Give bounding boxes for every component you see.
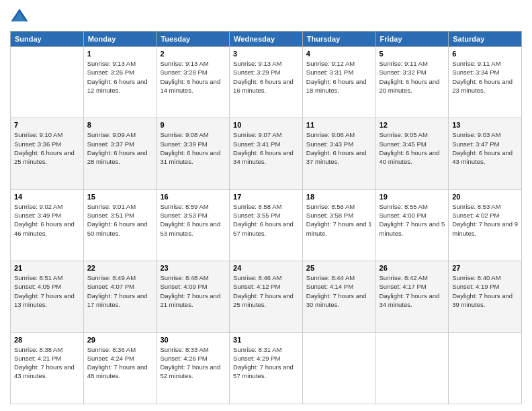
sunset-label: Sunset: 3:49 PM [14,212,61,219]
cell-date-number: 20 [452,193,518,201]
day-header-wednesday: Wednesday [230,32,303,47]
sunrise-label: Sunrise: 9:13 AM [87,60,136,67]
sunset-label: Sunset: 3:36 PM [14,140,61,148]
cell-info: Sunrise: 8:58 AMSunset: 3:55 PMDaylight:… [233,202,299,238]
cell-date-number: 10 [233,121,299,129]
daylight-label: Daylight: 7 hours and 57 minutes. [233,363,294,379]
calendar-cell [449,332,522,404]
cell-info: Sunrise: 9:11 AMSunset: 3:34 PMDaylight:… [452,59,518,95]
calendar-week-5: 28Sunrise: 8:38 AMSunset: 4:21 PMDayligh… [11,332,522,404]
day-header-saturday: Saturday [449,32,522,47]
cell-date-number: 12 [380,121,445,129]
daylight-label: Daylight: 6 hours and 18 minutes. [306,78,367,94]
cell-date-number: 21 [14,264,80,272]
logo [10,7,32,26]
sunset-label: Sunset: 3:32 PM [380,68,427,76]
cell-info: Sunrise: 8:42 AMSunset: 4:17 PMDaylight:… [380,273,445,309]
calendar-cell: 18Sunrise: 8:56 AMSunset: 3:58 PMDayligh… [302,189,375,261]
cell-info: Sunrise: 9:07 AMSunset: 3:41 PMDaylight:… [233,130,299,166]
cell-date-number: 22 [87,264,153,272]
cell-info: Sunrise: 8:33 AMSunset: 4:26 PMDaylight:… [160,345,226,381]
calendar-cell: 15Sunrise: 9:01 AMSunset: 3:51 PMDayligh… [83,189,157,261]
sunset-label: Sunset: 3:28 PM [160,68,207,76]
daylight-label: Daylight: 7 hours and 5 minutes. [380,220,445,236]
cell-date-number: 2 [160,50,226,58]
calendar-cell: 13Sunrise: 9:03 AMSunset: 3:47 PMDayligh… [449,118,522,189]
day-header-thursday: Thursday [302,32,375,47]
daylight-label: Daylight: 7 hours and 34 minutes. [380,292,440,308]
cell-date-number: 15 [87,193,153,201]
sunset-label: Sunset: 4:21 PM [14,355,61,362]
sunset-label: Sunset: 4:14 PM [306,283,353,290]
cell-date-number: 27 [452,264,518,272]
sunset-label: Sunset: 4:24 PM [87,355,134,362]
sunset-label: Sunset: 4:26 PM [160,355,207,362]
cell-info: Sunrise: 9:11 AMSunset: 3:32 PMDaylight:… [380,59,445,95]
calendar-cell: 29Sunrise: 8:36 AMSunset: 4:24 PMDayligh… [83,332,157,404]
sunrise-label: Sunrise: 9:03 AM [452,131,500,138]
cell-date-number: 29 [87,336,153,344]
sunrise-label: Sunrise: 9:13 AM [233,60,281,67]
calendar-cell: 31Sunrise: 8:31 AMSunset: 4:29 PMDayligh… [230,332,303,404]
cell-date-number: 4 [306,50,372,58]
page-header [10,7,522,26]
cell-info: Sunrise: 8:38 AMSunset: 4:21 PMDaylight:… [14,345,80,381]
cell-info: Sunrise: 8:36 AMSunset: 4:24 PMDaylight:… [87,345,153,381]
cell-date-number: 31 [233,336,299,344]
calendar-cell: 22Sunrise: 8:49 AMSunset: 4:07 PMDayligh… [83,261,157,332]
calendar-cell: 20Sunrise: 8:53 AMSunset: 4:02 PMDayligh… [449,189,522,261]
sunrise-label: Sunrise: 8:59 AM [160,203,208,210]
calendar-cell: 21Sunrise: 8:51 AMSunset: 4:05 PMDayligh… [11,261,84,332]
cell-date-number: 25 [306,264,372,272]
cell-info: Sunrise: 8:31 AMSunset: 4:29 PMDaylight:… [233,345,299,381]
sunrise-label: Sunrise: 9:06 AM [306,131,355,138]
sunrise-label: Sunrise: 8:38 AM [14,346,62,353]
calendar-cell: 10Sunrise: 9:07 AMSunset: 3:41 PMDayligh… [230,118,303,189]
sunrise-label: Sunrise: 9:10 AM [14,131,62,138]
cell-info: Sunrise: 8:40 AMSunset: 4:19 PMDaylight:… [452,273,518,309]
cell-date-number: 5 [380,50,445,58]
cell-info: Sunrise: 8:56 AMSunset: 3:58 PMDaylight:… [306,202,372,238]
sunrise-label: Sunrise: 8:36 AM [87,346,136,353]
daylight-label: Daylight: 6 hours and 12 minutes. [87,78,148,94]
calendar-cell: 5Sunrise: 9:11 AMSunset: 3:32 PMDaylight… [375,47,449,118]
calendar-cell: 24Sunrise: 8:46 AMSunset: 4:12 PMDayligh… [230,261,303,332]
daylight-label: Daylight: 7 hours and 39 minutes. [452,292,513,308]
daylight-label: Daylight: 6 hours and 46 minutes. [14,220,75,236]
sunrise-label: Sunrise: 8:55 AM [380,203,428,210]
sunset-label: Sunset: 4:07 PM [87,283,134,290]
sunrise-label: Sunrise: 8:49 AM [87,274,136,281]
sunset-label: Sunset: 4:12 PM [233,283,280,290]
calendar-cell: 9Sunrise: 9:08 AMSunset: 3:39 PMDaylight… [157,118,230,189]
sunrise-label: Sunrise: 9:13 AM [160,60,208,67]
cell-date-number: 11 [306,121,372,129]
cell-date-number: 30 [160,336,226,344]
sunset-label: Sunset: 3:45 PM [380,140,427,148]
sunset-label: Sunset: 3:53 PM [160,212,207,219]
sunrise-label: Sunrise: 8:58 AM [233,203,281,210]
calendar-cell: 30Sunrise: 8:33 AMSunset: 4:26 PMDayligh… [157,332,230,404]
cell-info: Sunrise: 9:02 AMSunset: 3:49 PMDaylight:… [14,202,80,238]
sunset-label: Sunset: 3:37 PM [87,140,134,148]
daylight-label: Daylight: 6 hours and 40 minutes. [380,149,440,165]
cell-date-number: 24 [233,264,299,272]
cell-date-number: 17 [233,193,299,201]
cell-date-number: 3 [233,50,299,58]
calendar-cell: 2Sunrise: 9:13 AMSunset: 3:28 PMDaylight… [157,47,230,118]
cell-info: Sunrise: 8:48 AMSunset: 4:09 PMDaylight:… [160,273,226,309]
sunrise-label: Sunrise: 8:48 AM [160,274,208,281]
cell-date-number: 28 [14,336,80,344]
sunset-label: Sunset: 3:43 PM [306,140,353,148]
cell-date-number: 26 [380,264,445,272]
sunset-label: Sunset: 3:41 PM [233,140,280,148]
day-header-sunday: Sunday [11,32,84,47]
calendar-cell: 7Sunrise: 9:10 AMSunset: 3:36 PMDaylight… [11,118,84,189]
calendar-table: SundayMondayTuesdayWednesdayThursdayFrid… [10,31,522,404]
sunset-label: Sunset: 3:58 PM [306,212,353,219]
sunrise-label: Sunrise: 9:07 AM [233,131,281,138]
cell-date-number: 1 [87,50,153,58]
calendar-cell: 3Sunrise: 9:13 AMSunset: 3:29 PMDaylight… [230,47,303,118]
calendar-week-3: 14Sunrise: 9:02 AMSunset: 3:49 PMDayligh… [11,189,522,261]
daylight-label: Daylight: 7 hours and 1 minute. [306,220,372,236]
calendar-cell [375,332,449,404]
